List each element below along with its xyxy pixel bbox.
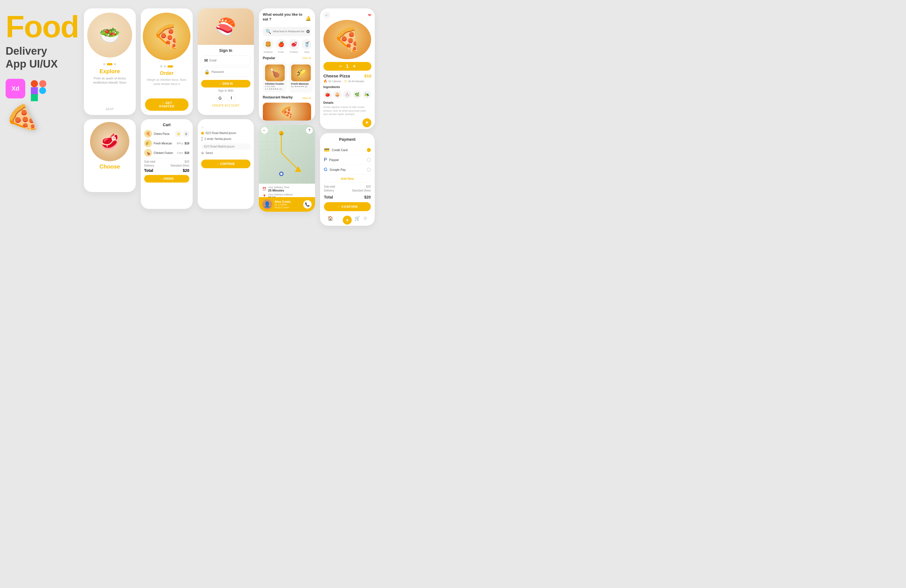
- payment-option-paypal[interactable]: P Paypal: [324, 155, 371, 165]
- popular-item-1[interactable]: 🍗 Chicken Fusion 2 Pcs $10 5.2 ★★★★★ (4): [263, 62, 287, 92]
- map-help-button[interactable]: ?: [306, 127, 313, 134]
- popular-item-1-img: 🍗: [265, 64, 285, 81]
- order-pizza-image: 🍕: [143, 13, 190, 60]
- popular-view-all[interactable]: View All: [302, 57, 311, 59]
- category-juice[interactable]: 🥤 Juice: [301, 39, 311, 53]
- ingredient-2[interactable]: 🧅: [333, 90, 341, 99]
- pizza-detail-image: 🍕: [324, 20, 371, 59]
- popular-item-2[interactable]: 🌮 Fresh Maxican $4 ★★★★★ (8): [289, 62, 313, 92]
- google-signin-button[interactable]: G: [216, 94, 224, 102]
- skip-link[interactable]: SKIP: [106, 107, 114, 111]
- paypal-label: Paypal: [329, 158, 364, 161]
- proteins-label: Proteins: [290, 51, 298, 53]
- ingredients-title: Ingredients: [324, 85, 372, 89]
- order-description: Integer ac interdum lacus. Nunc porta se…: [145, 78, 188, 86]
- delivery-value: Standard (free): [171, 164, 189, 167]
- search-input[interactable]: [273, 30, 304, 33]
- favorite-icon[interactable]: ❤: [368, 13, 372, 18]
- email-icon: ✉: [204, 58, 208, 63]
- paypal-radio[interactable]: [367, 158, 371, 162]
- driver-id: ID 1234567: [274, 203, 301, 206]
- time-icon: ⏱: [344, 80, 347, 83]
- continue-button[interactable]: → CONTINUE: [201, 159, 250, 168]
- payment-title: Payment: [324, 137, 371, 142]
- ingredient-1[interactable]: 🍅: [324, 90, 332, 99]
- cart-item-2-qty: 200 g: [177, 142, 183, 145]
- delivery-time-value: 25 Minutes: [268, 189, 289, 192]
- payment-nav-home[interactable]: 🏠: [328, 216, 333, 225]
- ingredient-4[interactable]: 🌿: [353, 90, 361, 99]
- payment-option-creditcard[interactable]: 💳 Credit Card: [324, 145, 371, 155]
- payment-option-googlepay[interactable]: G Google Pay: [324, 165, 371, 175]
- payment-subtotal-label: Sub-total: [324, 185, 335, 188]
- nearby-view-all[interactable]: View All: [302, 97, 311, 100]
- filter-icon[interactable]: ⚙: [306, 29, 310, 34]
- password-input[interactable]: [212, 70, 247, 73]
- googlepay-icon: G: [324, 167, 327, 172]
- add-to-cart-button[interactable]: +: [362, 118, 372, 127]
- create-account-link[interactable]: CREATE ACCOUNT: [201, 104, 250, 107]
- password-input-wrapper[interactable]: 🔒: [201, 67, 250, 77]
- payment-delivery-row: Delivery Standard (free): [324, 189, 371, 192]
- quantity-increase-button[interactable]: +: [353, 64, 356, 69]
- category-fastfood[interactable]: 🍔 Fastfood: [263, 39, 273, 53]
- order-button[interactable]: → ORDER: [144, 175, 189, 183]
- delivery-address-label: Your Delivery Address: [268, 193, 293, 196]
- creditcard-radio[interactable]: [367, 148, 371, 152]
- back-arrow-icon[interactable]: ←: [201, 125, 204, 129]
- search-bar[interactable]: 🔍 ⚙: [263, 27, 311, 36]
- explore-description: Proin ac quam et lectus vestibulum bland…: [88, 76, 132, 85]
- get-started-button[interactable]: → GET STARTED: [145, 99, 188, 111]
- payment-subtotal-value: $20: [366, 185, 371, 188]
- cart-item-1-delete[interactable]: 🗑: [183, 131, 189, 137]
- ingredient-3[interactable]: 🧄: [343, 90, 351, 99]
- cart-card: Cart 🍕 Chees Pizza ⭐ 🗑 🌮 Fresh Mexican 2…: [141, 119, 193, 209]
- facebook-signin-button[interactable]: f: [227, 94, 236, 102]
- location-row-4: Seoul: [201, 151, 250, 155]
- delivery-label: Delivery: [144, 164, 154, 167]
- payment-subtotal-row: Sub-total $20: [324, 185, 371, 188]
- payment-total-value: $20: [364, 195, 370, 199]
- proteins-icon: 🥩: [289, 39, 299, 49]
- quantity-decrease-button[interactable]: −: [339, 64, 342, 69]
- figma-logo: [31, 80, 48, 97]
- cart-item-3-icon: 🍗: [144, 149, 152, 157]
- page-indicator: [103, 63, 116, 65]
- driver-bar: 👤 Alex Costa ID 1234567 Pizza Currier 📞: [259, 197, 315, 212]
- payment-nav-add[interactable]: +: [343, 216, 352, 225]
- call-driver-button[interactable]: 📞: [303, 200, 312, 209]
- category-row: 🍔 Fastfood 🍎 Fruits 🥩 Proteins 🥤 Juice: [263, 39, 311, 53]
- email-input-wrapper[interactable]: ✉: [201, 56, 250, 65]
- signin-food-image: 🍣: [198, 8, 254, 45]
- total-value: $20: [183, 168, 189, 173]
- pizza-slice-icon: 🍕: [2, 100, 41, 139]
- paypal-icon: P: [324, 157, 327, 163]
- total-label: Total: [144, 168, 153, 173]
- map-back-button[interactable]: ←: [261, 127, 268, 134]
- order-card: 🍕 Order Integer ac interdum lacus. Nunc …: [141, 8, 193, 115]
- payment-nav-heart[interactable]: ♡: [336, 216, 340, 225]
- add-new-link[interactable]: Add New: [324, 175, 371, 183]
- location-input-1[interactable]: 62/2 Road Madrid,Ipsum: [201, 143, 250, 150]
- googlepay-radio[interactable]: [367, 168, 371, 172]
- email-input[interactable]: [209, 59, 247, 62]
- category-proteins[interactable]: 🥩 Proteins: [289, 39, 299, 53]
- left-section: Food Delivery App UI/UX Xd 🍕: [6, 8, 79, 138]
- fire-icon: 🔥: [324, 80, 327, 83]
- pizza-back-button[interactable]: ←: [324, 12, 330, 19]
- pizza-detail-card: ← ❤ 🍕 − 1 + Cheese Pizza $10 🔥 55 Calori…: [320, 8, 375, 129]
- delivery-time-row: ⏰ Your Delivery Time 25 Minutes: [262, 186, 312, 192]
- cart-item-1-star[interactable]: ⭐: [175, 131, 182, 137]
- social-buttons: G f: [201, 94, 250, 102]
- svg-point-19: [280, 173, 282, 175]
- signin-button[interactable]: → SIGN IN: [201, 80, 250, 88]
- cart-item-3-qty: 2 pcs: [177, 151, 183, 154]
- popular-header: Popular View All: [263, 56, 311, 60]
- ingredient-5[interactable]: 🫒: [363, 90, 371, 99]
- confirm-button[interactable]: → CONFIRM: [324, 202, 371, 211]
- loc-sm-2: [201, 139, 203, 141]
- payment-nav-cart[interactable]: 🛒: [354, 216, 360, 225]
- category-fruits[interactable]: 🍎 Fruits: [276, 39, 286, 53]
- pizza-meta: 🔥 55 Calories ⏱ 30-45 Minutes: [324, 80, 372, 83]
- payment-nav-settings[interactable]: ⚙: [363, 216, 367, 225]
